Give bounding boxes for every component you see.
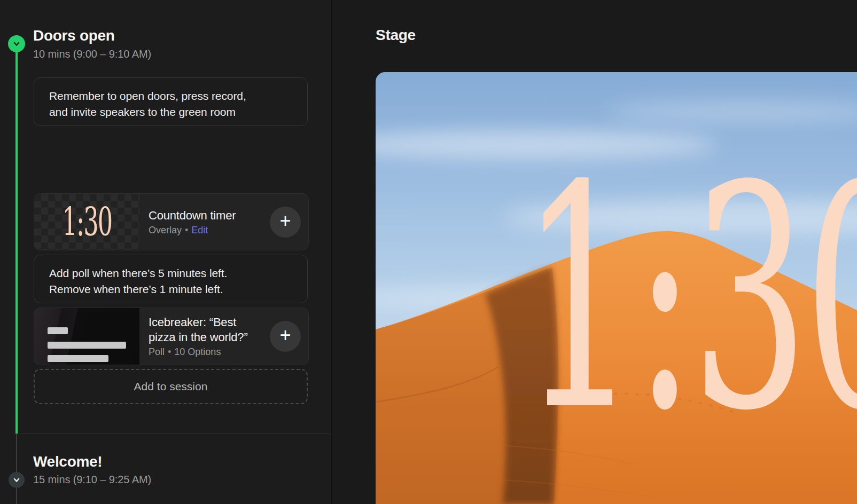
poll-thumbnail [34,308,139,365]
timeline-rail-active [15,43,18,434]
edit-link[interactable]: Edit [191,225,208,235]
session-status-marker-upcoming[interactable] [9,472,25,488]
bullet-separator: • [185,225,188,235]
plus-icon: + [279,211,291,231]
chevron-down-icon [12,40,21,48]
note-text-line: Remember to open doors, press record, [49,88,292,104]
session-note[interactable]: Add poll when there’s 5 minutes left. Re… [34,255,308,303]
stage-preview: 1:30 [376,72,857,504]
poll-bar-graphic [48,355,108,362]
session-title[interactable]: Doors open [33,27,115,44]
session-title[interactable]: Welcome! [33,453,102,470]
session-time: 15 mins (9:10 – 9:25 AM) [33,474,151,486]
poll-options-count: 10 Options [174,346,221,357]
countdown-preview-text: 1:30 [62,203,112,241]
add-to-session-button[interactable]: Add to session [34,369,308,404]
note-text-line: Remove when there’s 1 minute left. [49,281,292,297]
media-type-label: Poll [149,346,165,357]
session-time: 10 mins (9:00 – 9:10 AM) [33,48,151,60]
stage-heading: Stage [376,27,416,44]
add-countdown-button[interactable]: + [270,207,301,238]
timeline-rail-upcoming [16,434,17,504]
bullet-separator: • [168,346,171,357]
media-card-poll[interactable]: Icebreaker: “Best pizza in the world?” P… [34,308,309,365]
session-divider [13,434,331,434]
countdown-thumbnail: 1:30 [34,194,139,250]
stage-panel: Stage [333,0,857,504]
plus-icon: + [279,326,291,345]
poll-bar-graphic [48,327,68,334]
timeline-panel: Doors open 10 mins (9:00 – 9:10 AM) Reme… [0,0,332,504]
note-text-line: and invite speakers to the green room [49,104,292,120]
poll-bar-graphic [48,342,126,349]
countdown-overlay-text: 1:30 [521,146,857,453]
add-poll-button[interactable]: + [270,321,301,352]
media-type-label: Overlay [149,225,182,235]
session-note[interactable]: Remember to open doors, press record, an… [34,77,308,126]
media-card-countdown[interactable]: 1:30 Countdown timer Overlay•Edit + [34,193,309,250]
session-status-marker-active[interactable] [8,35,25,52]
add-to-session-label: Add to session [134,380,208,393]
chevron-down-icon [12,476,21,484]
note-text-line: Add poll when there’s 5 minutes left. [49,265,292,281]
